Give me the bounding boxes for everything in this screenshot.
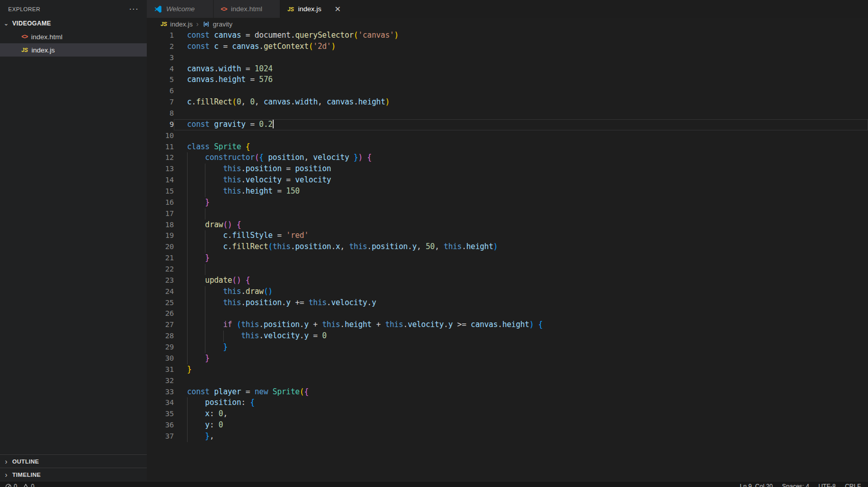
code-line[interactable]: 10 <box>147 130 868 142</box>
indent-guide <box>205 331 205 342</box>
explorer-header: EXPLORER ··· <box>0 0 147 18</box>
line-content: const c = canvas.getContext('2d') <box>174 41 868 52</box>
code-line[interactable]: 1const canvas = document.querySelector('… <box>147 30 868 41</box>
sidebar-section-timeline[interactable]: ›TIMELINE <box>0 468 147 481</box>
line-number: 26 <box>147 308 174 319</box>
indent-guide <box>187 420 188 431</box>
line-content: c.fillStyle = 'red' <box>174 230 868 241</box>
code-line[interactable]: 17 <box>147 208 868 220</box>
code-line[interactable]: 9const gravity = 0.2 <box>147 119 868 130</box>
code-line[interactable]: 3 <box>147 52 868 64</box>
indent-guide <box>187 208 188 220</box>
code-line[interactable]: 28 this.velocity.y = 0 <box>147 331 868 342</box>
line-number: 9 <box>147 119 174 130</box>
code-line[interactable]: 23 update() { <box>147 275 868 286</box>
breadcrumb-symbol[interactable]: gravity <box>213 20 232 28</box>
code-line[interactable]: 2const c = canvas.getContext('2d') <box>147 41 868 52</box>
line-number: 31 <box>147 364 174 375</box>
line-number: 7 <box>147 97 174 108</box>
indent-guide <box>223 331 224 342</box>
code-line[interactable]: 14 this.velocity = velocity <box>147 175 868 186</box>
status-item-crlf[interactable]: CRLF <box>845 483 861 487</box>
code-line[interactable]: 4canvas.width = 1024 <box>147 64 868 75</box>
js-file-icon: JS <box>161 21 167 27</box>
editor-group: Welcome<>index.htmlJSindex.js✕ JS index.… <box>147 0 868 481</box>
code-line[interactable]: 18 draw() { <box>147 220 868 231</box>
line-content <box>174 264 868 275</box>
code-line[interactable]: 12 constructor({ position, velocity }) { <box>147 152 868 164</box>
indent-guide <box>187 253 188 264</box>
line-content <box>174 52 868 64</box>
sidebar-file-index.js[interactable]: JSindex.js <box>0 43 147 57</box>
tab-index-html[interactable]: <>index.html <box>214 0 280 18</box>
line-content: c.fillRect(0, 0, canvas.width, canvas.he… <box>174 97 868 108</box>
sidebar-file-index.html[interactable]: <>index.html <box>0 30 147 43</box>
status-item-spaces-4[interactable]: Spaces: 4 <box>782 483 809 487</box>
warning-icon <box>22 483 29 487</box>
code-line[interactable]: 35 x: 0, <box>147 409 868 420</box>
code-line[interactable]: 8 <box>147 108 868 119</box>
code-line[interactable]: 15 this.height = 150 <box>147 186 868 197</box>
indent-guide <box>187 397 188 409</box>
code-line[interactable]: 22 <box>147 264 868 275</box>
breadcrumb-file[interactable]: index.js <box>170 20 193 28</box>
line-number: 10 <box>147 130 174 142</box>
line-content: position: { <box>174 397 868 409</box>
tab-welcome[interactable]: Welcome <box>147 0 213 18</box>
error-count: 0 <box>14 483 17 487</box>
vscode-window: EXPLORER ··· ⌄ VIDEOGAME <>index.htmlJSi… <box>0 0 868 487</box>
line-number: 16 <box>147 197 174 208</box>
chevron-right-icon: › <box>2 471 10 479</box>
code-line[interactable]: 5canvas.height = 576 <box>147 74 868 86</box>
line-number: 33 <box>147 387 174 398</box>
code-line[interactable]: 11class Sprite { <box>147 142 868 153</box>
breadcrumb-separator: › <box>196 20 199 28</box>
chevron-right-icon: › <box>2 457 10 466</box>
error-icon <box>5 483 12 487</box>
code-line[interactable]: 19 c.fillStyle = 'red' <box>147 230 868 241</box>
code-line[interactable]: 30 } <box>147 353 868 364</box>
problems-indicator[interactable]: 0 0 <box>5 483 34 487</box>
code-line[interactable]: 34 position: { <box>147 397 868 409</box>
explorer-more-actions-icon[interactable]: ··· <box>129 7 139 12</box>
line-content: } <box>174 342 868 353</box>
file-label: index.js <box>32 46 55 54</box>
code-line[interactable]: 29 } <box>147 342 868 353</box>
tab-index-js[interactable]: JSindex.js✕ <box>280 0 350 18</box>
status-bar-left: 0 0 <box>5 483 34 487</box>
code-editor[interactable]: 1const canvas = document.querySelector('… <box>147 30 868 442</box>
html-file-icon: <> <box>21 33 28 40</box>
code-line[interactable]: 24 this.draw() <box>147 286 868 297</box>
line-content: const canvas = document.querySelector('c… <box>174 30 868 41</box>
code-line[interactable]: 33const player = new Sprite({ <box>147 387 868 398</box>
line-content: if (this.position.y + this.height + this… <box>174 319 868 331</box>
sidebar-section-outline[interactable]: ›OUTLINE <box>0 454 147 468</box>
code-line[interactable]: 37 }, <box>147 431 868 442</box>
code-line[interactable]: 16 } <box>147 197 868 208</box>
code-line[interactable]: 36 y: 0 <box>147 420 868 431</box>
html-file-icon: <> <box>221 6 227 13</box>
status-item-utf-8[interactable]: UTF-8 <box>819 483 836 487</box>
tab-label: Welcome <box>166 5 195 13</box>
breadcrumb: JS index.js › gravity <box>147 18 868 30</box>
line-content: }, <box>174 431 868 442</box>
sidebar-bottom-sections: ›OUTLINE›TIMELINE <box>0 454 147 481</box>
line-number: 32 <box>147 375 174 387</box>
file-list: <>index.htmlJSindex.js <box>0 30 147 57</box>
line-content: this.position.y += this.velocity.y <box>174 297 868 309</box>
line-number: 5 <box>147 74 174 86</box>
code-line[interactable]: 26 <box>147 308 868 319</box>
code-line[interactable]: 21 } <box>147 253 868 264</box>
code-line[interactable]: 6 <box>147 86 868 97</box>
folder-section-videogame[interactable]: ⌄ VIDEOGAME <box>0 18 147 29</box>
code-line[interactable]: 32 <box>147 375 868 387</box>
code-line[interactable]: 20 c.fillRect(this.position.x, this.posi… <box>147 241 868 253</box>
close-icon[interactable]: ✕ <box>333 4 343 14</box>
status-item-ln-9-col-20[interactable]: Ln 9, Col 20 <box>740 483 773 487</box>
code-line[interactable]: 13 this.position = position <box>147 164 868 175</box>
code-line[interactable]: 27 if (this.position.y + this.height + t… <box>147 319 868 331</box>
line-content: canvas.width = 1024 <box>174 64 868 75</box>
code-line[interactable]: 31} <box>147 364 868 375</box>
code-line[interactable]: 7c.fillRect(0, 0, canvas.width, canvas.h… <box>147 97 868 108</box>
code-line[interactable]: 25 this.position.y += this.velocity.y <box>147 297 868 309</box>
